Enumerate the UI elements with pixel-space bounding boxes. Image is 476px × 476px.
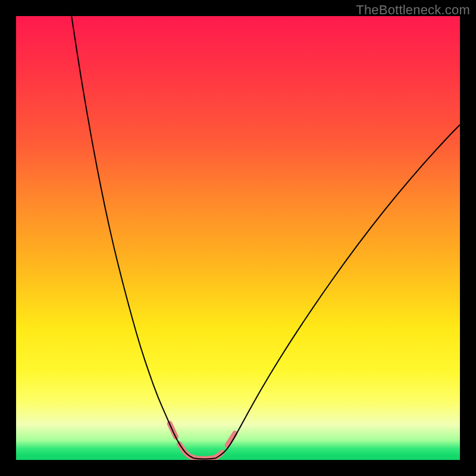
curve-right xyxy=(216,125,460,458)
curves-svg xyxy=(16,16,460,460)
watermark-text: TheBottleneck.com xyxy=(356,2,470,18)
band-left-lower xyxy=(180,444,223,459)
curve-left xyxy=(71,16,193,458)
chart-frame: TheBottleneck.com xyxy=(0,0,476,476)
plot-area xyxy=(16,16,460,460)
